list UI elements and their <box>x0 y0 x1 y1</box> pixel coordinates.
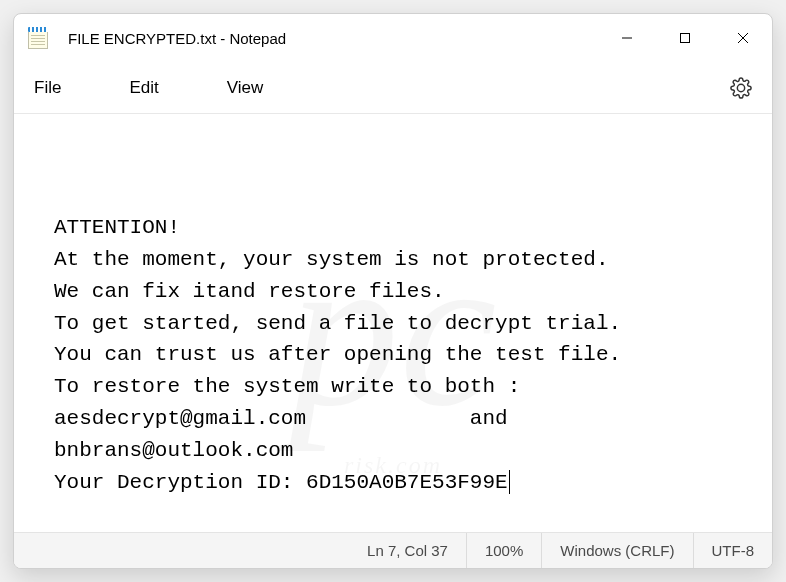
gear-icon <box>730 77 752 99</box>
maximize-button[interactable] <box>656 14 714 62</box>
menu-file[interactable]: File <box>34 78 61 98</box>
statusbar: Ln 7, Col 37 100% Windows (CRLF) UTF-8 <box>14 532 772 568</box>
close-button[interactable] <box>714 14 772 62</box>
notepad-icon <box>28 27 48 49</box>
maximize-icon <box>679 32 691 44</box>
titlebar[interactable]: FILE ENCRYPTED.txt - Notepad <box>14 14 772 62</box>
status-position: Ln 7, Col 37 <box>349 533 467 568</box>
close-icon <box>736 31 750 45</box>
minimize-icon <box>621 32 633 44</box>
text-line: We can fix itand restore files. <box>54 280 445 303</box>
text-line: At the moment, your system is not protec… <box>54 248 609 271</box>
settings-button[interactable] <box>730 77 752 99</box>
notepad-window: FILE ENCRYPTED.txt - Notepad File Edit V… <box>13 13 773 569</box>
status-encoding: UTF-8 <box>694 533 773 568</box>
text-line: Your Decryption ID: 6D150A0B7E53F99E <box>54 471 508 494</box>
status-zoom[interactable]: 100% <box>467 533 542 568</box>
status-line-ending: Windows (CRLF) <box>542 533 693 568</box>
menu-view[interactable]: View <box>227 78 264 98</box>
text-editor-area[interactable]: pcrisk.com ATTENTION! At the moment, you… <box>14 114 772 532</box>
text-line: You can trust us after opening the test … <box>54 343 621 366</box>
window-controls <box>598 14 772 62</box>
menu-edit[interactable]: Edit <box>129 78 158 98</box>
svg-rect-1 <box>681 34 690 43</box>
text-line: aesdecrypt@gmail.com and <box>54 407 508 430</box>
minimize-button[interactable] <box>598 14 656 62</box>
text-line: bnbrans@outlook.com <box>54 439 293 462</box>
text-line: ATTENTION! <box>54 216 180 239</box>
text-caret <box>509 470 510 494</box>
menubar: File Edit View <box>14 62 772 114</box>
window-title: FILE ENCRYPTED.txt - Notepad <box>64 30 598 47</box>
text-line: To restore the system write to both : <box>54 375 520 398</box>
text-line: To get started, send a file to decrypt t… <box>54 312 621 335</box>
